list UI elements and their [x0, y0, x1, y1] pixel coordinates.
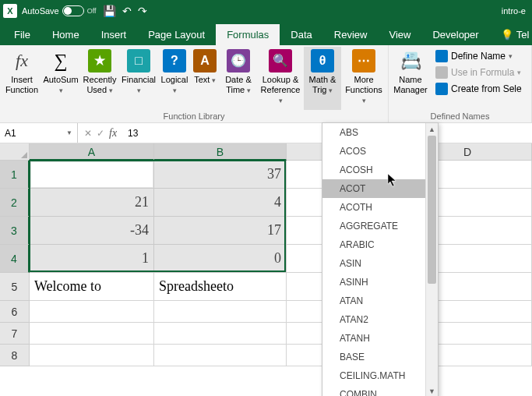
more-functions-label: More Functions — [343, 75, 385, 106]
undo-icon[interactable]: ↶ — [122, 5, 132, 17]
tab-home[interactable]: Home — [41, 24, 90, 45]
select-all-corner[interactable] — [0, 143, 30, 161]
text-label: Text — [194, 75, 216, 85]
row-header-4[interactable]: 4 — [0, 245, 30, 273]
cell-b2[interactable]: 4 — [154, 189, 287, 217]
row-header-8[interactable]: 8 — [0, 345, 30, 366]
scroll-up-icon[interactable]: ▲ — [426, 123, 438, 136]
create-from-selection-button[interactable]: Create from Sele — [434, 81, 525, 97]
cancel-formula-icon[interactable]: ✕ — [84, 128, 92, 139]
dropdown-item-acosh[interactable]: ACOSH — [322, 161, 438, 179]
autosave-switch-icon[interactable] — [62, 5, 84, 16]
function-library-group-label: Function Library — [3, 110, 385, 122]
cell-b4[interactable]: 0 — [154, 245, 287, 273]
defined-names-group-label: Defined Names — [392, 110, 528, 122]
tab-file[interactable]: File — [3, 24, 41, 45]
cell-a4[interactable]: 1 — [30, 245, 154, 273]
cell-a8[interactable] — [30, 345, 154, 366]
lookup-reference-label: Lookup & Reference — [259, 75, 302, 106]
dropdown-item-ceiling-math[interactable]: CEILING.MATH — [322, 366, 438, 385]
row-header-3[interactable]: 3 — [0, 217, 30, 245]
dropdown-item-atanh[interactable]: ATANH — [322, 329, 438, 348]
cell-a7[interactable] — [30, 323, 154, 345]
cell-b5[interactable]: Spreadsheeto — [154, 273, 287, 301]
tab-developer[interactable]: Developer — [421, 24, 489, 45]
autosave-toggle[interactable]: AutoSave Off — [22, 5, 97, 16]
logical-button[interactable]: ? Logical — [159, 47, 190, 110]
name-box-dropdown-icon[interactable]: ▼ — [66, 129, 72, 136]
dropdown-item-asin[interactable]: ASIN — [322, 254, 438, 273]
quick-access-toolbar: 💾 ↶ ↷ — [103, 5, 147, 17]
name-box[interactable]: A1 ▼ — [0, 123, 78, 143]
lookup-reference-button[interactable]: 🔍 Lookup & Reference — [259, 47, 302, 110]
tell-me-search[interactable]: 💡 Tell me wh — [490, 24, 529, 45]
date-time-button[interactable]: 🕒 Date & Time — [220, 47, 257, 110]
dropdown-item-asinh[interactable]: ASINH — [322, 273, 438, 292]
autosave-state: Off — [87, 7, 97, 15]
cell-a1[interactable]: 13 — [30, 161, 154, 189]
row-header-1[interactable]: 1 — [0, 161, 30, 189]
bulb-icon: 💡 — [501, 29, 513, 41]
math-trig-button[interactable]: θ Math & Trig — [304, 47, 341, 110]
save-icon[interactable]: 💾 — [103, 5, 116, 17]
autosum-button[interactable]: ∑ AutoSum — [42, 47, 79, 110]
name-manager-button[interactable]: 📇 Name Manager — [392, 47, 429, 110]
dropdown-item-atan2[interactable]: ATAN2 — [322, 310, 438, 329]
cell-b3[interactable]: 17 — [154, 217, 287, 245]
insert-function-icon[interactable]: fx — [109, 127, 117, 140]
fx-icon: fx — [16, 51, 28, 71]
tab-insert[interactable]: Insert — [90, 24, 138, 45]
cell-a2[interactable]: 21 — [30, 189, 154, 217]
tab-data[interactable]: Data — [280, 24, 322, 45]
column-header-b[interactable]: B — [154, 143, 287, 161]
text-icon: A — [193, 49, 217, 72]
redo-icon[interactable]: ↷ — [138, 5, 147, 17]
insert-function-button[interactable]: fx Insert Function — [3, 47, 41, 110]
name-manager-label: Name Manager — [393, 75, 427, 95]
cell-b6[interactable] — [154, 301, 287, 323]
name-box-value: A1 — [5, 128, 16, 139]
row-header-7[interactable]: 7 — [0, 323, 30, 345]
use-in-formula-button[interactable]: Use in Formula▾ — [434, 65, 525, 80]
row-header-2[interactable]: 2 — [0, 189, 30, 217]
row-header-5[interactable]: 5 — [0, 273, 30, 301]
math-trig-icon: θ — [311, 49, 334, 72]
dropdown-item-abs[interactable]: ABS — [322, 123, 438, 142]
tab-formulas[interactable]: Formulas — [216, 24, 280, 45]
tab-review[interactable]: Review — [323, 24, 379, 45]
financial-label: Financial — [120, 75, 157, 95]
dropdown-item-acos[interactable]: ACOS — [322, 142, 438, 161]
more-functions-button[interactable]: ⋯ More Functions — [343, 47, 385, 110]
tab-page-layout[interactable]: Page Layout — [137, 24, 216, 45]
dropdown-item-acot[interactable]: ACOT — [322, 179, 438, 198]
financial-button[interactable]: □ Financial — [120, 47, 157, 110]
name-manager-icon: 📇 — [398, 48, 423, 73]
define-name-button[interactable]: Define Name▾ — [434, 48, 525, 64]
enter-formula-icon[interactable]: ✓ — [97, 128, 104, 139]
dropdown-item-aggregate[interactable]: AGGREGATE — [322, 217, 438, 235]
row-header-6[interactable]: 6 — [0, 301, 30, 323]
cell-b1[interactable]: 37 — [154, 161, 287, 189]
text-button[interactable]: A Text — [192, 47, 218, 110]
cell-a5[interactable]: Welcome to — [30, 273, 154, 301]
dropdown-scrollbar[interactable]: ▲ ▼ — [425, 123, 438, 396]
spreadsheet-grid[interactable]: A B C D 1133722143-34174105Welcome toSpr… — [0, 143, 532, 366]
insert-function-label: Insert Function — [5, 75, 38, 95]
cell-b7[interactable] — [154, 323, 287, 345]
column-header-a[interactable]: A — [30, 143, 154, 161]
recently-used-button[interactable]: ★ Recently Used — [81, 47, 118, 110]
cell-a3[interactable]: -34 — [30, 217, 154, 245]
math-trig-dropdown[interactable]: ABSACOSACOSHACOTACOTHAGGREGATEARABICASIN… — [322, 122, 439, 396]
dropdown-item-atan[interactable]: ATAN — [322, 292, 438, 310]
use-in-formula-label: Use in Formula — [451, 67, 514, 78]
cell-b8[interactable] — [154, 345, 287, 366]
dropdown-item-acoth[interactable]: ACOTH — [322, 198, 438, 217]
dropdown-item-combin[interactable]: COMBIN — [322, 385, 438, 396]
use-in-formula-icon — [435, 66, 448, 79]
scroll-down-icon[interactable]: ▼ — [426, 385, 438, 396]
dropdown-item-arabic[interactable]: ARABIC — [322, 235, 438, 254]
dropdown-item-base[interactable]: BASE — [322, 348, 438, 366]
cell-a6[interactable] — [30, 301, 154, 323]
tab-view[interactable]: View — [378, 24, 421, 45]
scroll-thumb[interactable] — [428, 136, 436, 284]
